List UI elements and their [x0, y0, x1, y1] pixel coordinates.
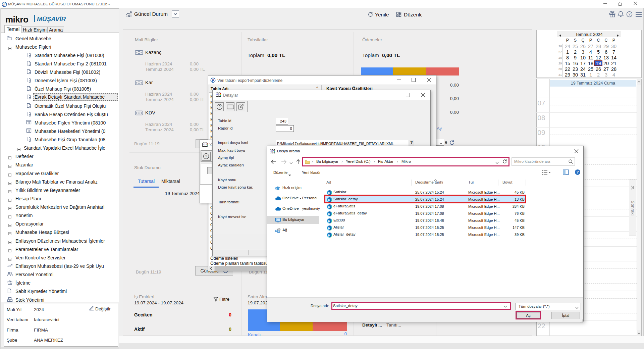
svg-text:µ: µ	[3, 2, 5, 6]
svg-text:?: ?	[205, 154, 207, 158]
svg-text:?: ?	[628, 12, 630, 16]
svg-text:?: ?	[218, 105, 220, 109]
svg-text:?: ?	[577, 170, 579, 174]
svg-text:µ: µ	[212, 78, 214, 82]
